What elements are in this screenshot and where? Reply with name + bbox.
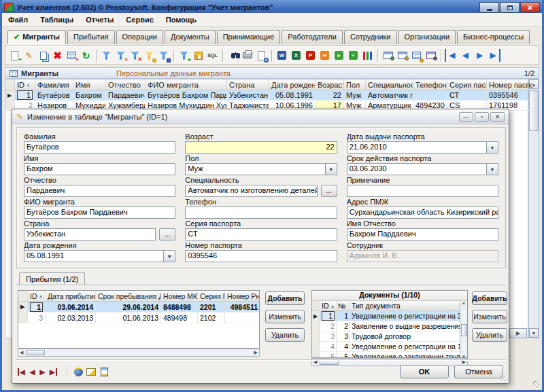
record-last-icon[interactable]: ▶ [50,368,57,376]
delete-button[interactable]: Удалить [265,328,305,342]
sex-field[interactable]: Муж [185,163,325,175]
col-birthdate[interactable]: Дата рождения [269,79,316,90]
table-row[interactable]: 5 5 Уведомление о заключении трудового д… [312,352,467,358]
menu-help[interactable]: Помощь [160,14,203,25]
resize-grip[interactable] [500,375,507,382]
close-button[interactable]: ✕ [520,2,540,13]
print-preview-icon[interactable] [255,49,268,62]
print-icon[interactable] [241,49,254,62]
address-field[interactable]: Сурхандарьинская область Кизирикский рай… [347,207,498,219]
export-word-icon[interactable]: W [275,49,288,62]
form-edit-icon[interactable] [396,49,409,62]
export-excel-icon[interactable]: X [290,49,303,62]
col-phone[interactable]: Телефон [413,79,447,90]
filter-icon[interactable] [100,49,113,62]
tree-view-icon[interactable] [192,49,205,62]
nav-next-icon[interactable]: ▶ [473,49,486,62]
col-surname[interactable]: Фамилия [35,79,73,90]
tab-arrivals[interactable]: Прибытия [67,30,115,44]
phone-field[interactable] [185,207,337,219]
form-view-icon[interactable] [424,49,437,62]
export-html-icon[interactable]: H [318,49,331,62]
col-rnr-number[interactable]: Номер РнР [225,291,260,301]
age-field[interactable]: 22 [185,141,337,154]
dialog-maximize-button[interactable]: ▫ [475,112,489,122]
tab-operations[interactable]: Операции [116,30,163,44]
fio-field[interactable]: Бутаёров Бахром Пардаевич [24,207,175,219]
menu-tables[interactable]: Таблицы [34,14,80,25]
col-mk-number[interactable]: Номер МК [161,291,198,301]
tab-employers[interactable]: Работодатели [282,30,343,44]
country-lookup-button[interactable]: ... [159,228,175,240]
tab-business-processes[interactable]: Бизнес-процессы [457,30,530,44]
col-arrival-date[interactable]: Дата прибытия [46,291,96,301]
cancel-button[interactable]: Отмена [454,365,503,378]
col-patronymic[interactable]: Отчество [106,79,146,90]
nav-last-icon[interactable]: ▶ [488,49,500,62]
add-button[interactable]: Добавить [265,291,305,305]
add-button[interactable]: Добавить [472,291,507,305]
scroll-up-icon[interactable]: ▲ [462,301,466,305]
speciality-field[interactable]: Автоматчик по изготовлению деталей клави… [185,185,317,197]
search-icon[interactable] [226,49,239,62]
country-field[interactable]: Узбекистан [24,228,156,240]
arrivals-hscrollbar[interactable]: ◀▶ [18,349,260,357]
chart-icon[interactable] [361,49,374,62]
tab-organizations[interactable]: Организации [398,30,456,44]
scroll-left-icon[interactable]: ◀ [20,350,23,355]
note-field[interactable] [347,185,498,197]
passport-valid-field[interactable]: 03.06.2030 [347,163,487,175]
col-id[interactable]: ID▲ [28,291,46,301]
attachments-icon[interactable] [85,366,98,378]
birthdate-field[interactable]: 05.08.1991 [24,250,164,262]
menu-reports[interactable]: Отчеты [80,14,120,25]
col-id[interactable]: ID▲ [320,301,337,310]
form-new-icon[interactable] [381,49,394,62]
table-row[interactable]: ▶ 1 03.06.2014 29.06.2014 8488498 2201 4… [18,302,259,313]
col-id[interactable]: ID▲ [15,79,35,90]
passport-series-field[interactable]: СТ [185,228,337,240]
tab-staff[interactable]: Сотрудники [344,30,397,44]
tab-documents[interactable]: Документы [165,30,216,44]
col-stay-until[interactable]: Срок пребывания ДО [96,291,161,301]
tab-migrants[interactable]: ✔Мигранты [7,30,66,44]
copy-record-icon[interactable] [37,49,50,62]
patronymic-field[interactable]: Пардаевич [24,185,175,197]
export-data-icon[interactable]: ≡ [347,49,360,62]
filter-quick-icon[interactable] [143,49,156,62]
dialog-minimize-button[interactable]: — [459,112,473,122]
filter-save-icon[interactable] [157,49,170,62]
report-icon[interactable] [98,366,111,378]
export-pdf-icon[interactable]: P [304,49,317,62]
edit-button[interactable]: Изменить [472,310,507,323]
nav-prev-icon[interactable]: ◀ [459,49,472,62]
delete-button[interactable]: Удалить [472,328,507,342]
col-passport-series[interactable]: Серия паспорта [447,79,487,90]
vertical-scrollbar[interactable]: ▲ ▼ [528,79,539,338]
col-doc-type[interactable]: Тип документа [350,301,460,310]
add-record-icon[interactable]: + [8,49,21,62]
sex-dropdown-icon[interactable]: ▼ [326,163,337,175]
filter-clear-icon[interactable]: ✕ [129,49,141,62]
col-country[interactable]: Страна [227,79,269,90]
table-row[interactable]: 2 2 Заявление о выдаче разрешения на раб… [312,321,467,332]
refresh-icon[interactable]: ↻ [80,49,92,62]
col-number[interactable]: № [337,301,350,310]
speciality-lookup-button[interactable]: ... [321,185,337,197]
col-name[interactable]: Имя [73,79,106,90]
table-edit-icon[interactable]: × [65,49,78,62]
export-template-icon[interactable]: ▸ [333,49,345,62]
menu-file[interactable]: Файл [2,14,34,25]
edit-button[interactable]: Изменить [265,310,305,323]
passport-number-field[interactable]: 0395546 [185,250,337,262]
filter-tree-icon[interactable]: ▸ [177,49,190,62]
col-mk-series[interactable]: Серия МК [198,291,225,301]
passport-issued-field[interactable]: 21.06.2010 [347,141,487,154]
birthdate-dropdown-icon[interactable]: ▼ [164,250,175,262]
surname-field[interactable]: Бутаёров [24,141,175,154]
col-age[interactable]: Возраст [316,79,344,90]
scroll-right-icon[interactable]: ▶ [509,328,527,338]
edit-record-icon[interactable]: ✎ [22,49,35,62]
nav-first-icon[interactable]: ◀ [445,49,458,62]
delete-record-icon[interactable]: ✖ [51,49,64,62]
